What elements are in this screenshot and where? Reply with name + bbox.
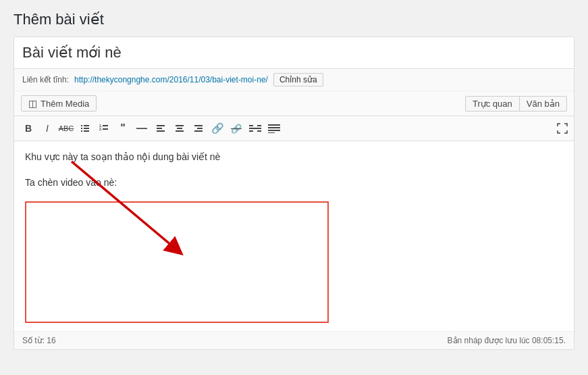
svg-rect-22	[249, 130, 253, 132]
editor-line-1: Khu vực này ta soạn thảo nội dung bài vi…	[25, 149, 563, 164]
fullscreen-button[interactable]	[556, 120, 568, 137]
svg-rect-26	[268, 130, 280, 131]
svg-rect-1	[84, 125, 89, 126]
svg-rect-3	[84, 128, 89, 129]
svg-rect-5	[84, 130, 89, 132]
svg-rect-2	[81, 128, 82, 129]
svg-rect-21	[257, 125, 261, 126]
permalink-label: Liên kết tĩnh:	[22, 75, 69, 84]
visual-view-button[interactable]: Trực quan	[465, 96, 520, 111]
unordered-list-button[interactable]	[76, 120, 94, 137]
svg-rect-12	[157, 130, 165, 132]
align-right-button[interactable]	[190, 120, 207, 137]
permalink-bar: Liên kết tĩnh: http://thekycongnghe.com/…	[14, 69, 574, 91]
svg-rect-16	[194, 125, 203, 126]
svg-text:2.: 2.	[99, 127, 103, 131]
svg-rect-19	[249, 128, 261, 129]
strikethrough-button[interactable]: ABC	[57, 120, 75, 137]
bold-button[interactable]: B	[20, 120, 37, 137]
svg-rect-23	[257, 130, 261, 132]
remove-link-button[interactable]: 🔗	[228, 120, 245, 137]
insert-link-button[interactable]: 🔗	[209, 120, 226, 137]
text-view-button[interactable]: Văn bản	[520, 96, 567, 111]
svg-rect-14	[177, 128, 182, 129]
svg-rect-0	[81, 125, 82, 126]
svg-rect-25	[268, 127, 280, 128]
svg-rect-7	[103, 125, 108, 126]
toolbar-toggle-button[interactable]	[265, 120, 283, 137]
top-toolbar: ◫ Thêm Media Trực quan Văn bản	[14, 91, 574, 116]
horizontal-rule-button[interactable]: —	[133, 120, 151, 137]
autosave-status: Bản nháp được lưu lúc 08:05:15.	[448, 336, 566, 345]
editor-area[interactable]: Khu vực này ta soạn thảo nội dung bài vi…	[14, 141, 574, 331]
view-toggle: Trực quan Văn bản	[465, 96, 567, 111]
editor-footer: Số từ: 16 Bản nháp được lưu lúc 08:05:15…	[14, 331, 574, 349]
svg-rect-20	[249, 125, 253, 126]
editor-content[interactable]: Khu vực này ta soạn thảo nội dung bài vi…	[14, 141, 574, 331]
add-media-label: Thêm Media	[41, 99, 89, 109]
svg-rect-11	[157, 128, 162, 129]
svg-rect-15	[176, 130, 184, 132]
permalink-link[interactable]: http://thekycongnghe.com/2016/11/03/bai-…	[74, 75, 268, 84]
video-placeholder	[25, 201, 329, 323]
page-title: Thêm bài viết	[14, 11, 574, 28]
svg-rect-10	[157, 125, 165, 126]
editor-line-2: Ta chèn video vào nè:	[25, 175, 563, 190]
word-count: Số từ: 16	[22, 336, 56, 345]
svg-rect-9	[103, 128, 108, 130]
align-left-button[interactable]	[152, 120, 169, 137]
insert-readmore-button[interactable]	[246, 120, 264, 137]
media-icon: ◫	[28, 98, 37, 109]
svg-rect-4	[81, 130, 82, 132]
svg-rect-13	[176, 125, 184, 126]
ordered-list-button[interactable]: 1. 2.	[95, 120, 113, 137]
edit-permalink-button[interactable]: Chỉnh sửa	[273, 73, 323, 86]
blockquote-button[interactable]: "	[114, 120, 132, 137]
italic-button[interactable]: I	[38, 120, 56, 137]
svg-rect-18	[194, 130, 203, 132]
formatting-toolbar: B I ABC 1. 2.	[14, 116, 574, 141]
align-center-button[interactable]	[171, 120, 188, 137]
svg-rect-17	[197, 128, 203, 129]
svg-rect-27	[268, 132, 275, 133]
svg-rect-24	[268, 124, 280, 126]
post-title-input[interactable]	[14, 37, 574, 69]
add-media-button[interactable]: ◫ Thêm Media	[21, 95, 97, 111]
